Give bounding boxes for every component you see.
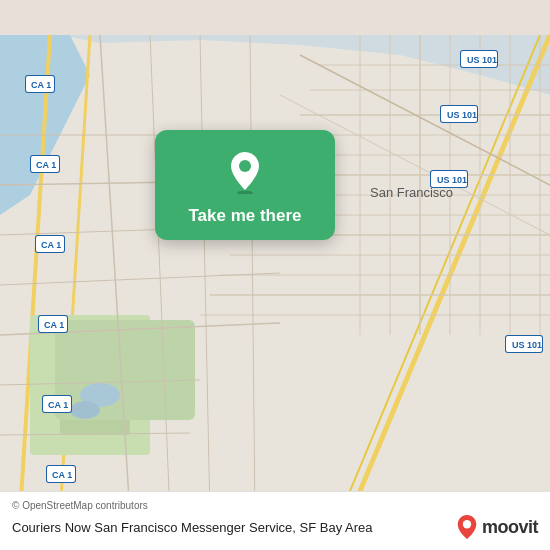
svg-point-77 [463,520,471,528]
svg-text:US 101: US 101 [512,340,542,350]
svg-text:CA 1: CA 1 [52,470,72,480]
svg-point-75 [237,191,253,195]
svg-text:CA 1: CA 1 [41,240,61,250]
svg-text:CA 1: CA 1 [48,400,68,410]
bottom-row: Couriers Now San Francisco Messenger Ser… [12,514,538,540]
svg-point-76 [239,160,251,172]
svg-text:US 101: US 101 [437,175,467,185]
copyright-text: © OpenStreetMap contributors [12,500,538,511]
svg-text:CA 1: CA 1 [44,320,64,330]
map-background: US 101 US 101 US 101 US 101 CA 1 CA 1 CA… [0,0,550,550]
location-icon-wrap [221,148,269,196]
svg-text:US 101: US 101 [467,55,497,65]
take-me-there-button[interactable]: Take me there [188,206,301,226]
moovit-logo[interactable]: moovit [456,514,538,540]
place-name: Couriers Now San Francisco Messenger Ser… [12,520,456,535]
moovit-brand-text: moovit [482,517,538,538]
map-container: US 101 US 101 US 101 US 101 CA 1 CA 1 CA… [0,0,550,550]
location-pin-icon [227,150,263,194]
svg-text:US 101: US 101 [447,110,477,120]
take-me-there-card[interactable]: Take me there [155,130,335,240]
svg-text:CA 1: CA 1 [31,80,51,90]
svg-point-33 [70,401,100,419]
moovit-pin-icon [456,514,478,540]
svg-text:CA 1: CA 1 [36,160,56,170]
bottom-bar: © OpenStreetMap contributors Couriers No… [0,491,550,550]
